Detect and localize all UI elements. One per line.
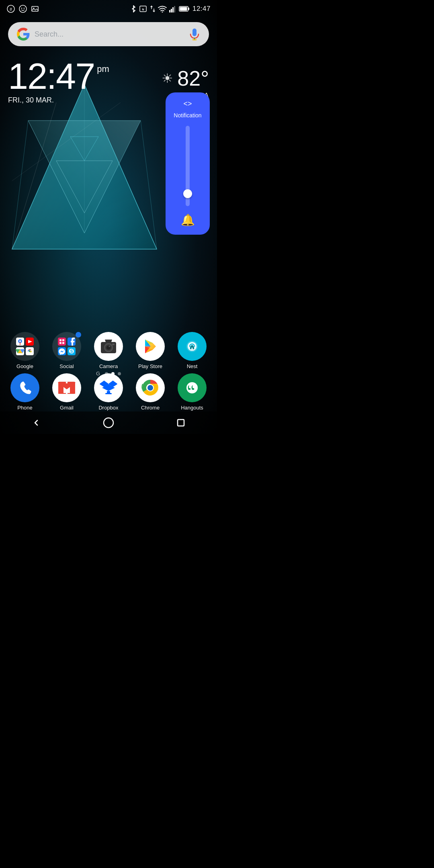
app-google-folder[interactable]: Google [7,332,43,369]
svg-point-18 [162,12,163,13]
recent-icon [176,418,185,427]
app-google-label: Google [16,363,33,369]
gmail-icon [58,381,76,395]
hangouts-icon [184,379,201,396]
search-placeholder: Search... [35,30,188,39]
chrome-icon [141,379,159,397]
svg-point-34 [29,350,31,352]
nav-back-button[interactable] [24,415,48,431]
play-store-icon [142,338,159,355]
image-icon [31,4,39,13]
clock-widget: 12:47 pm FRI., 30 MAR. [8,58,109,104]
svg-rect-19 [169,10,170,12]
svg-rect-25 [180,7,187,11]
svg-rect-20 [171,9,172,12]
svg-point-77 [104,418,113,428]
nav-bar [0,411,217,434]
dock-phone-label: Phone [17,405,33,411]
svg-rect-37 [62,339,64,341]
svg-rect-78 [178,420,184,426]
camera-icon [100,339,117,354]
svg-rect-22 [174,6,175,12]
dock-hangouts[interactable]: Hangouts [174,373,210,411]
svg-rect-39 [62,342,64,344]
dock-dropbox[interactable]: Dropbox [90,373,127,411]
dock-chrome-label: Chrome [141,405,160,411]
notification-label: Notification [174,112,201,119]
nest-icon [184,338,201,355]
home-icon [103,417,114,428]
wifi-icon [158,5,167,12]
svg-rect-52 [191,348,193,349]
google-folder-icon [14,336,35,357]
app-nest[interactable]: Nest [174,332,210,369]
volume-slider-thumb[interactable] [183,189,192,198]
app-play-store[interactable]: Play Store [132,332,168,369]
notification-badge [76,332,81,338]
svg-rect-36 [59,339,61,341]
svg-rect-49 [112,344,115,345]
svg-rect-14 [32,6,38,11]
svg-point-47 [106,346,111,350]
notification-popup[interactable]: <> Notification 🔔 [166,92,210,235]
emoji-icon [18,4,27,13]
bluetooth-icon [131,5,136,13]
status-time: 12:47 [192,5,211,13]
svg-rect-67 [105,393,112,394]
google-logo [16,27,31,41]
search-bar[interactable]: Search... [8,22,209,46]
bell-icon[interactable]: 🔔 [181,213,195,227]
dock-gmail[interactable]: Gmail [49,373,85,411]
dock-gmail-label: Gmail [60,405,74,411]
clock-display: 12:47 [8,58,94,94]
svg-point-13 [24,8,25,8]
dock-phone[interactable]: Phone [7,373,43,411]
clock-ampm: pm [97,64,109,74]
app-grid: Google [0,332,217,376]
back-icon [31,418,41,428]
battery-icon [179,6,190,12]
clock-date: FRI., 30 MAR. [8,96,109,104]
svg-text:N: N [142,8,144,11]
status-left-icons: # [6,4,39,13]
data-arrows-icon [150,5,156,13]
dock: Phone Gmail [0,373,217,411]
svg-rect-38 [59,342,61,344]
nav-recent-button[interactable] [169,415,193,431]
nav-home-button[interactable] [96,415,121,431]
mic-icon[interactable] [188,28,201,41]
svg-rect-21 [172,7,174,12]
svg-point-48 [109,346,110,347]
volume-slider[interactable] [186,126,190,206]
wallpaper-art [8,80,161,281]
code-icon: <> [183,100,192,108]
weather-sun-icon: ☀ [162,71,173,86]
cell-signal-icon [169,5,176,12]
dock-chrome[interactable]: Chrome [132,373,168,411]
phone-icon [17,380,33,395]
social-folder-icon: S [56,336,77,357]
dock-dropbox-label: Dropbox [98,405,118,411]
app-camera-label: Camera [99,363,118,369]
svg-text:S: S [70,349,73,354]
svg-text:#: # [10,7,12,12]
status-bar: # N [0,0,217,18]
svg-point-11 [19,5,27,12]
weather-temperature: 82° [177,66,209,90]
dock-hangouts-label: Hangouts [181,405,203,411]
svg-point-75 [147,385,153,391]
svg-rect-35 [58,338,66,346]
svg-point-12 [21,8,22,8]
svg-rect-24 [188,8,189,10]
app-row-1: Google [4,332,213,369]
dropbox-icon [100,380,117,396]
hash-icon: # [6,4,15,13]
app-camera[interactable]: Camera [90,332,127,369]
status-right-icons: N 12:47 [131,5,211,13]
app-social-label: Social [59,363,74,369]
nfc-icon: N [139,5,147,13]
app-play-store-label: Play Store [138,363,162,369]
app-social-folder[interactable]: S Social [49,332,85,369]
app-nest-label: Nest [187,363,198,369]
